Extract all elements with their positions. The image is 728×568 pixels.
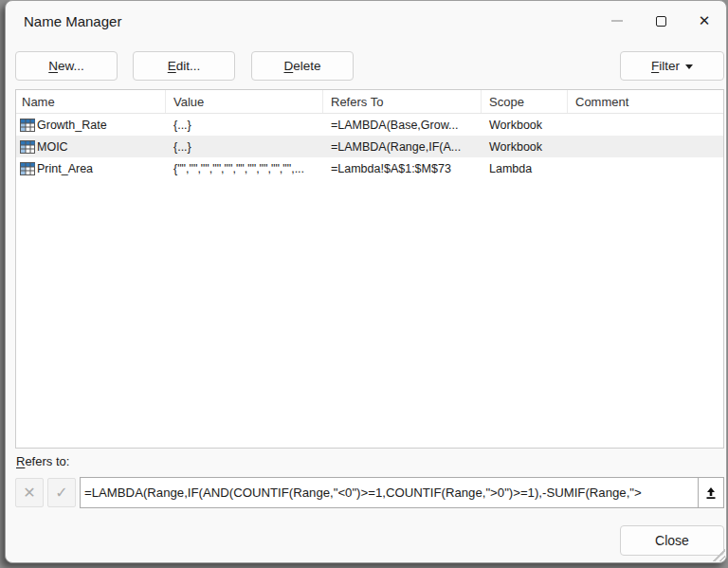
scope-cell: Workbook <box>482 119 568 132</box>
delete-button-label: elete <box>293 59 320 73</box>
scope-cell: Lambda <box>482 162 568 175</box>
window-controls: ✕ <box>595 1 726 41</box>
minimize-button[interactable] <box>595 1 639 41</box>
filter-button[interactable]: Filter <box>620 51 724 81</box>
delete-button[interactable]: Delete <box>251 51 354 81</box>
dialog-title: Name Manager <box>6 13 595 29</box>
defined-name-table-icon <box>20 161 35 176</box>
value-cell: {"","","","","","","","","","",... <box>166 162 323 175</box>
value-cell: {...} <box>166 119 323 132</box>
table-row-moic[interactable]: MOIC {...} =LAMBDA(Range,IF(A... Workboo… <box>16 136 723 157</box>
new-button[interactable]: New... <box>15 51 118 81</box>
minimize-icon <box>611 20 623 22</box>
list-header: Name Value Refers To Scope Comment <box>16 90 723 114</box>
edit-button-label: dit... <box>176 59 201 73</box>
collapse-up-arrow-icon <box>703 486 719 501</box>
new-button-accesskey: N <box>48 59 58 73</box>
value-cell: {...} <box>166 140 323 154</box>
defined-name-table-icon <box>20 139 35 155</box>
refers-to-accesskey: R <box>16 454 25 468</box>
close-icon: ✕ <box>699 12 711 29</box>
maximize-icon <box>656 16 666 27</box>
name-manager-dialog: Name Manager ✕ New... Edit... Delete Fil… <box>5 0 727 563</box>
new-button-label: ew... <box>58 59 84 73</box>
column-header-scope[interactable]: Scope <box>482 90 568 113</box>
refers-to-field-group: =LAMBDA(Range,IF(AND(COUNTIF(Range,"<0")… <box>80 477 724 508</box>
table-row-growth-rate[interactable]: Growth_Rate {...} =LAMBDA(Base,Grow... W… <box>16 114 723 136</box>
defined-name-table-icon <box>20 118 35 133</box>
name-cell: Growth_Rate <box>37 119 107 132</box>
edit-button-accesskey: E <box>168 59 176 73</box>
refers-to-formula-input[interactable]: =LAMBDA(Range,IF(AND(COUNTIF(Range,"<0")… <box>80 477 698 508</box>
filter-button-accesskey: F <box>651 59 659 73</box>
column-header-refers-to[interactable]: Refers To <box>323 90 482 113</box>
refers-to-label-text: efers to: <box>25 454 69 468</box>
refers-to-label: Refers to: <box>16 454 69 468</box>
refers-to-cell: =LAMBDA(Range,IF(A... <box>323 140 482 154</box>
table-row-print-area[interactable]: Print_Area {"","","","","","","","","","… <box>16 157 723 179</box>
edit-button[interactable]: Edit... <box>133 51 235 81</box>
collapse-dialog-button[interactable] <box>698 477 724 508</box>
confirm-formula-button[interactable]: ✓ <box>47 478 76 507</box>
close-window-button[interactable]: ✕ <box>682 1 726 41</box>
name-cell: MOIC <box>37 140 68 154</box>
cancel-x-icon: ✕ <box>23 484 35 502</box>
names-list: Name Value Refers To Scope Comment Growt… <box>15 89 724 449</box>
filter-button-label: ilter <box>659 59 680 73</box>
delete-button-accesskey: D <box>283 59 293 73</box>
refers-to-cell: =LAMBDA(Base,Grow... <box>323 119 482 132</box>
name-cell: Print_Area <box>37 162 93 175</box>
column-header-name[interactable]: Name <box>16 90 166 113</box>
chevron-down-icon <box>685 64 693 69</box>
maximize-button[interactable] <box>639 1 682 41</box>
refers-to-cell: =Lambda!$A$1:$M$73 <box>323 162 482 175</box>
checkmark-icon: ✓ <box>55 484 67 502</box>
column-header-comment[interactable]: Comment <box>568 90 723 113</box>
column-header-value[interactable]: Value <box>166 90 323 113</box>
titlebar[interactable]: Name Manager ✕ <box>6 1 726 41</box>
close-button[interactable]: Close <box>620 525 724 556</box>
scope-cell: Workbook <box>482 140 568 154</box>
cancel-formula-button[interactable]: ✕ <box>15 478 44 507</box>
